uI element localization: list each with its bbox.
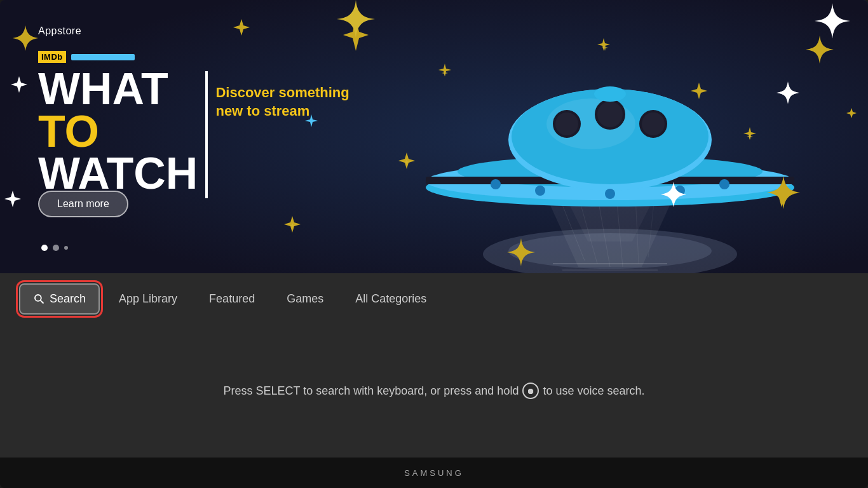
title-divider [205,71,208,198]
svg-point-16 [642,112,665,135]
hero-banner: Appstore IMDb WHAT TO WATCH Discover som… [0,0,868,273]
svg-point-13 [546,98,635,149]
nav-item-search[interactable]: Search [19,283,100,315]
svg-point-1 [508,233,712,269]
nav-all-categories-label: All Categories [355,292,426,306]
nav-bar: Search App Library Featured Games All Ca… [0,273,868,324]
ufo-window-2 [595,99,625,130]
svg-point-10 [458,156,763,187]
imdb-section: IMDb WHAT TO WATCH Discover something ne… [38,51,349,198]
imdb-bar [71,54,135,60]
ufo-window-1 [553,110,581,138]
wtw-what: WHAT [38,68,198,111]
search-icon [33,293,44,304]
svg-line-25 [41,301,44,304]
nav-item-all-categories[interactable]: All Categories [342,285,439,313]
svg-rect-11 [426,177,794,184]
search-hint-text: Press SELECT to search with keyboard, or… [224,384,519,398]
learn-more-button[interactable]: Learn more [38,191,128,217]
sparkle-top-right [806,36,834,64]
screen: Appstore IMDb WHAT TO WATCH Discover som… [0,0,868,458]
wtw-to: TO [38,111,198,153]
tagline-line1: Discover something [215,84,349,102]
bottom-bar: SAMSUNG [0,458,868,488]
svg-point-15 [597,102,623,127]
svg-point-19 [605,189,615,199]
svg-point-12 [512,89,709,184]
sparkle-bottom-mid [507,238,535,266]
svg-line-3 [559,197,585,261]
svg-point-17 [491,179,501,189]
nav-app-library-label: App Library [119,292,177,306]
what-to-watch: WHAT TO WATCH Discover something new to … [38,68,349,198]
sparkle-lower-right [661,182,686,207]
tagline-line2: new to stream [215,102,349,121]
mic-icon: ⏺ [522,383,539,399]
ufo-window-3 [639,110,667,138]
nav-item-app-library[interactable]: App Library [106,285,190,313]
svg-point-9 [426,162,794,200]
nav-featured-label: Featured [209,292,255,306]
svg-line-8 [648,197,654,257]
svg-point-18 [535,186,545,196]
svg-point-21 [719,179,729,189]
imdb-badge: IMDb [38,51,66,63]
svg-point-24 [35,295,41,301]
wtw-words: WHAT TO WATCH [38,68,198,195]
small-stars [289,44,753,229]
svg-line-6 [616,195,623,267]
tagline-container: Discover something new to stream [215,84,349,120]
nav-games-label: Games [287,292,323,306]
samsung-logo: SAMSUNG [404,468,464,478]
svg-line-7 [635,196,639,264]
svg-line-4 [578,196,597,264]
ufo-beam [546,197,674,267]
pagination-dot-2[interactable] [53,245,59,251]
pagination-dot-3[interactable] [64,246,68,250]
sparkle-lower-right-2 [767,176,800,209]
nav-search-label: Search [50,292,86,306]
ufo-dome [508,89,712,191]
nav-item-games[interactable]: Games [274,285,336,313]
wtw-watch: WATCH [38,152,198,195]
tv-frame: Appstore IMDb WHAT TO WATCH Discover som… [0,0,868,488]
pagination-dot-1[interactable] [41,245,48,251]
svg-line-5 [597,195,610,267]
imdb-logo: IMDb [38,51,349,63]
svg-point-20 [675,186,685,196]
sparkle-top-left [13,25,38,51]
ufo-shadow [483,229,737,273]
svg-marker-2 [566,197,654,241]
pagination-dots [41,245,68,251]
ufo-cap [594,86,626,102]
appstore-label: Appstore [38,25,81,37]
search-content-area: Press SELECT to search with keyboard, or… [0,324,868,458]
svg-point-14 [555,112,578,135]
ufo-base [426,168,794,207]
search-hint-suffix: to use voice search. [543,384,644,398]
sparkle-white-right [815,3,850,39]
search-hint-container: Press SELECT to search with keyboard, or… [224,383,645,399]
sparkle-mid-right [776,81,799,104]
sparkle-top [337,0,375,38]
nav-item-featured[interactable]: Featured [196,285,268,313]
